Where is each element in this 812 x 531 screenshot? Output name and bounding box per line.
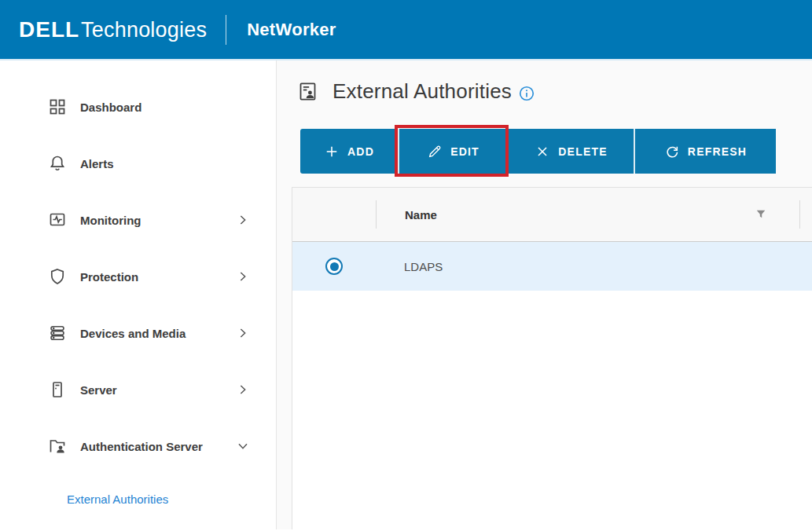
chevron-down-icon [237,440,249,452]
server-icon [47,379,68,400]
refresh-button[interactable]: REFRESH [634,129,776,174]
edit-button[interactable]: EDIT [398,129,507,174]
sidebar-item-label: Dashboard [80,101,141,114]
table-row-ldaps[interactable]: LDAPS [292,242,812,291]
radio-selected-icon[interactable] [325,258,343,275]
chevron-right-icon [237,214,249,226]
sidebar-item-dashboard[interactable]: Dashboard [0,79,276,135]
toolbar: ADD EDIT DELETE REFRESH [300,129,776,174]
edit-button-label: EDIT [450,145,479,158]
sidebar-item-protection[interactable]: Protection [0,248,276,305]
delete-button-label: DELETE [558,145,607,158]
add-button[interactable]: ADD [300,129,398,174]
sidebar-item-authentication-server[interactable]: Authentication Server [0,418,276,474]
dell-technologies-logo: DELL Technologies [19,17,207,42]
dashboard-grid-icon [47,97,68,117]
row-name-cell: LDAPS [376,242,812,291]
sidebar-item-label: Protection [80,270,138,284]
sidebar-item-label: Authentication Server [80,440,203,453]
filter-funnel-icon[interactable] [754,207,768,222]
sidebar-nav: Dashboard Alerts Monitoring [0,60,277,529]
product-name: NetWorker [247,20,336,40]
sidebar-item-label: Alerts [80,157,114,170]
monitoring-pulse-icon [47,210,68,230]
info-icon[interactable] [518,85,535,102]
column-stub [800,188,812,241]
topbar-divider [226,15,226,45]
sidebar-item-alerts[interactable]: Alerts [0,135,276,192]
delete-button[interactable]: DELETE [507,129,634,174]
devices-stack-icon [47,323,68,343]
refresh-icon [664,144,680,159]
sidebar-item-label: Devices and Media [80,327,186,340]
dell-logo-text: DELL [19,17,79,42]
sidebar-subitem-external-authorities[interactable]: External Authorities [0,474,276,523]
pencil-icon [427,144,443,159]
select-column-header [292,188,376,241]
add-button-label: ADD [347,145,374,158]
external-authorities-card-icon [297,81,318,102]
chevron-right-icon [237,383,249,396]
chevron-right-icon [237,327,249,339]
name-column-label: Name [405,208,437,222]
sidebar-item-label: Monitoring [80,214,141,227]
sidebar-item-monitoring[interactable]: Monitoring [0,192,276,248]
external-authorities-table: Name LDAPS [292,187,812,529]
refresh-button-label: REFRESH [688,145,747,158]
chevron-right-icon [237,270,249,283]
name-column-header[interactable]: Name [377,188,799,241]
table-header-row: Name [292,188,812,242]
page-header: External Authorities [297,79,535,104]
top-app-bar: DELL Technologies NetWorker [0,0,812,60]
sidebar-item-label: Server [80,383,117,397]
technologies-logo-text: Technologies [81,18,207,42]
sidebar-subitem-label: External Authorities [67,493,168,506]
row-select-cell [292,242,376,291]
bell-icon [47,153,68,174]
main-content: External Authorities ADD [277,60,812,529]
auth-server-icon [47,436,68,456]
sidebar-item-server[interactable]: Server [0,361,276,418]
shield-icon [47,266,68,287]
plus-icon [324,144,340,159]
x-icon [535,144,550,159]
sidebar-item-devices-and-media[interactable]: Devices and Media [0,305,276,361]
page-title: External Authorities [333,79,512,104]
